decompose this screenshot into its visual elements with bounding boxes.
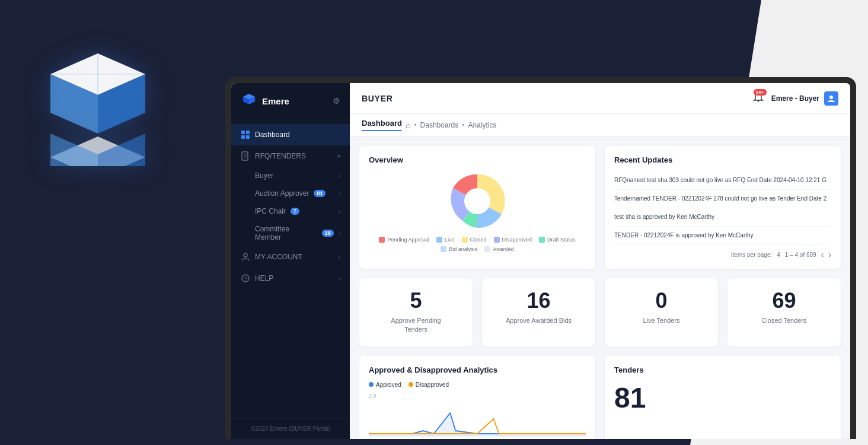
content-area: Overview xyxy=(350,136,850,439)
sidebar-item-rfq[interactable]: RFQ/TENDERS ▾ xyxy=(231,145,350,167)
sidebar-item-committee[interactable]: Committee Member 29 › xyxy=(231,220,350,246)
macbook-frame: Emere ⚙ Dashboard xyxy=(225,77,856,439)
auction-approver-arrow: › xyxy=(339,190,340,197)
user-info: Emere - Buyer xyxy=(771,91,838,106)
breadcrumb-sep-1: • xyxy=(414,121,416,129)
pie-chart xyxy=(448,171,507,231)
pie-legend: Pending Approval Live Closed xyxy=(369,237,586,252)
my-account-arrow: › xyxy=(339,254,340,260)
home-icon[interactable]: ⌂ xyxy=(406,120,410,130)
legend-closed: Closed xyxy=(462,237,487,243)
analytics-chart xyxy=(369,395,586,437)
disapproved-legend: Disapproved xyxy=(409,382,449,388)
legend-disapproved: Disapproved xyxy=(494,237,532,243)
analytics-chart-area xyxy=(369,401,586,437)
bid-label: Bid analysis xyxy=(449,246,477,252)
stat-closed-tenders-label: Closed Tenders xyxy=(739,316,829,325)
auction-approver-label: Auction Approver xyxy=(255,189,309,198)
auction-approver-badge: 81 xyxy=(314,190,326,197)
sidebar-item-buyer[interactable]: Buyer › xyxy=(231,167,350,185)
live-label: Live xyxy=(445,237,455,243)
sidebar-item-auction-approver[interactable]: Auction Approver 81 › xyxy=(231,185,350,202)
user-avatar-icon xyxy=(827,94,835,103)
brand-logo xyxy=(30,30,166,166)
sidebar-item-my-account[interactable]: MY ACCOUNT › xyxy=(231,246,350,268)
stat-approve-awarded[interactable]: 16 Approve Awarded Bids xyxy=(482,278,595,347)
committee-badge: 29 xyxy=(322,230,334,237)
stat-closed-tenders[interactable]: 69 Closed Tenders xyxy=(727,278,841,347)
tenders-big-number: 81 xyxy=(614,382,831,414)
stat-approve-pending[interactable]: 5 Approve PendingTenders xyxy=(359,278,473,347)
breadcrumb-analytics[interactable]: Analytics xyxy=(468,121,497,129)
overview-card: Overview xyxy=(359,146,595,269)
bid-dot xyxy=(441,246,446,252)
user-name: Emere - Buyer xyxy=(771,94,819,103)
disapproved-circle xyxy=(409,382,413,387)
pagination-next[interactable]: › xyxy=(828,250,831,259)
svg-point-24 xyxy=(829,96,833,99)
sidebar: Emere ⚙ Dashboard xyxy=(231,83,350,439)
breadcrumb-dashboards[interactable]: Dashboards xyxy=(420,121,459,129)
ipc-chair-badge: 7 xyxy=(291,208,299,215)
my-account-label: MY ACCOUNT xyxy=(255,253,334,261)
stat-approve-pending-label: Approve PendingTenders xyxy=(371,316,461,335)
legend-awarded: Awarded xyxy=(484,246,513,252)
disapproved-dot xyxy=(494,237,500,243)
top-row: Overview xyxy=(359,146,841,269)
analytics-card: Approved & Disapproved Analytics Approve… xyxy=(359,356,595,439)
sidebar-footer: ©2024 Emere (BUYER Portal) xyxy=(231,418,350,439)
sidebar-item-dashboard[interactable]: Dashboard xyxy=(231,124,350,145)
update-item-4: TENDER - 02212024F is approved by Ken Mc… xyxy=(614,227,831,245)
emere-logo-icon xyxy=(241,93,257,109)
stat-live-tenders[interactable]: 0 Live Tenders xyxy=(605,278,718,347)
closed-dot xyxy=(462,237,468,243)
pending-dot xyxy=(379,237,385,243)
committee-arrow: › xyxy=(339,230,340,237)
awarded-label: Awarded xyxy=(493,246,513,252)
main-content: BUYER 99+ Emere - Buyer xyxy=(350,83,850,439)
pagination-range: 1 – 4 of 609 xyxy=(785,252,816,258)
buyer-arrow: › xyxy=(339,173,340,179)
help-icon: ? xyxy=(241,274,250,283)
pagination-prev[interactable]: ‹ xyxy=(821,250,824,259)
live-dot xyxy=(436,237,442,243)
user-avatar[interactable] xyxy=(824,91,838,106)
approved-legend: Approved xyxy=(369,382,401,388)
stat-approve-awarded-label: Approve Awarded Bids xyxy=(494,316,583,325)
stat-closed-tenders-number: 69 xyxy=(739,290,829,312)
svg-point-25 xyxy=(464,188,490,214)
stat-live-tenders-number: 0 xyxy=(617,290,706,312)
rfq-label: RFQ/TENDERS xyxy=(255,152,333,160)
breadcrumb-tab[interactable]: Dashboard xyxy=(362,119,402,131)
settings-icon[interactable]: ⚙ xyxy=(333,96,340,106)
notification-badge: 99+ xyxy=(754,89,767,96)
overview-title: Overview xyxy=(369,155,586,164)
pagination: Items per page: 4 1 – 4 of 609 ‹ › xyxy=(614,250,831,259)
buyer-label: Buyer xyxy=(255,171,273,180)
svg-rect-13 xyxy=(241,135,245,139)
svg-rect-12 xyxy=(246,131,250,134)
tenders-title: Tenders xyxy=(614,365,831,374)
macbook-screen: Emere ⚙ Dashboard xyxy=(231,83,850,439)
closed-label: Closed xyxy=(470,237,487,243)
page-title: BUYER xyxy=(362,94,393,103)
sidebar-logo: Emere xyxy=(241,93,289,109)
update-item-3: test sha is approved by Ken McCarthy xyxy=(614,208,831,227)
recent-updates-card: Recent Updates RFQnamed test sha 303 cou… xyxy=(605,146,841,269)
svg-text:?: ? xyxy=(244,276,247,282)
disapproved-label: Disapproved xyxy=(502,237,532,243)
dashboard-icon xyxy=(241,130,250,139)
pending-label: Pending Approval xyxy=(387,237,429,243)
items-per-page-value: 4 xyxy=(777,252,780,258)
approved-circle xyxy=(369,382,374,387)
stats-row: 5 Approve PendingTenders 16 Approve Awar… xyxy=(359,278,841,347)
sidebar-item-help[interactable]: ? HELP › xyxy=(231,268,350,289)
committee-label: Committee Member xyxy=(255,225,317,241)
items-per-page-label: Items per page: xyxy=(731,252,772,258)
sidebar-item-ipc-chair[interactable]: IPC Chair 7 › xyxy=(231,202,350,220)
draft-dot xyxy=(539,237,545,243)
rfq-arrow: ▾ xyxy=(337,153,340,160)
stat-approve-awarded-number: 16 xyxy=(494,290,583,312)
notification-bell[interactable]: 99+ xyxy=(752,91,764,106)
sidebar-header: Emere ⚙ xyxy=(231,83,350,119)
